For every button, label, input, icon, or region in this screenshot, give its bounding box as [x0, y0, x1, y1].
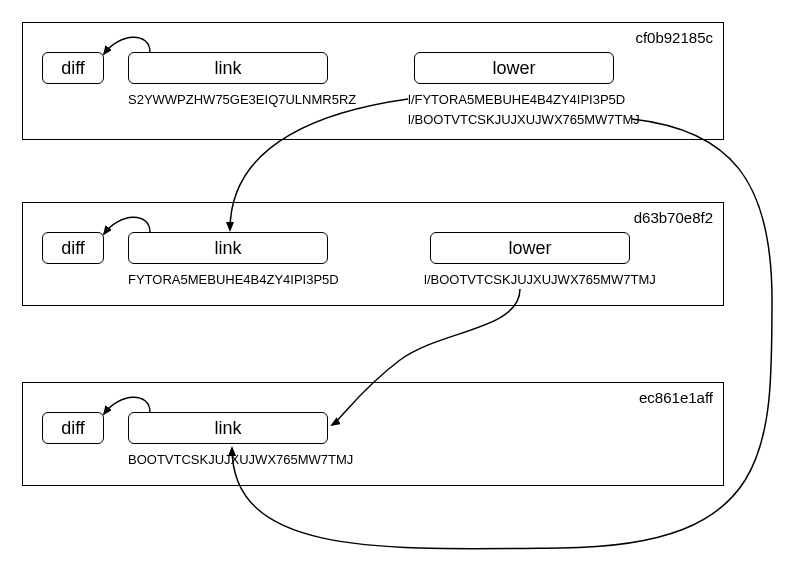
lower-box-0: lower [414, 52, 614, 84]
layer-id-1: d63b70e8f2 [634, 209, 713, 226]
diff-box-1: diff [42, 232, 104, 264]
layer-id-0: cf0b92185c [635, 29, 713, 46]
diff-box-2: diff [42, 412, 104, 444]
lower-caption-0-0: l/FYTORA5MEBUHE4B4ZY4IPI3P5D [408, 92, 625, 107]
link-caption-0: S2YWWPZHW75GE3EIQ7ULNMR5RZ [128, 92, 328, 107]
link-box-0: link [128, 52, 328, 84]
diff-box-0: diff [42, 52, 104, 84]
lower-caption-1-0: l/BOOTVTCSKJUJXUJWX765MW7TMJ [424, 272, 656, 287]
diagram-canvas: cf0b92185c diff link lower S2YWWPZHW75GE… [0, 0, 792, 586]
link-caption-1: FYTORA5MEBUHE4B4ZY4IPI3P5D [128, 272, 328, 287]
link-box-2: link [128, 412, 328, 444]
link-caption-2: BOOTVTCSKJUJXUJWX765MW7TMJ [128, 452, 328, 467]
link-box-1: link [128, 232, 328, 264]
lower-caption-0-1: l/BOOTVTCSKJUJXUJWX765MW7TMJ [408, 112, 640, 127]
layer-id-2: ec861e1aff [639, 389, 713, 406]
lower-box-1: lower [430, 232, 630, 264]
